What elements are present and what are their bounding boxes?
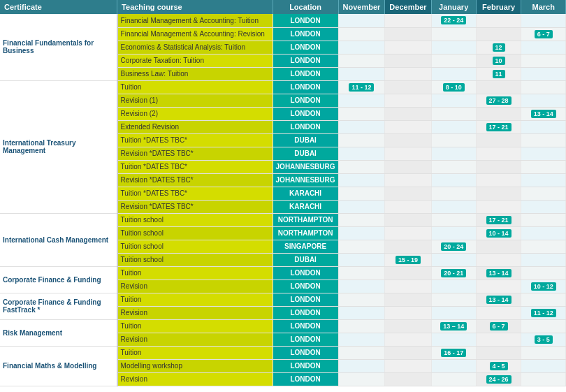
month-mar-cell <box>521 213 566 226</box>
course-cell: Financial Management & Accounting: Revis… <box>117 27 273 41</box>
month-jan-cell <box>431 200 476 213</box>
month-dec-cell <box>385 80 431 94</box>
month-jan-cell <box>431 54 476 67</box>
course-cell: Revision *DATES TBC* <box>117 147 273 160</box>
header-january: January <box>431 0 476 14</box>
course-cell: Financial Management & Accounting: Tuiti… <box>117 14 273 27</box>
header-course: Teaching course <box>117 0 273 14</box>
month-dec-cell <box>385 107 431 120</box>
month-feb-cell: 10 <box>476 54 521 67</box>
month-mar-cell <box>521 200 566 213</box>
month-feb-cell: 17 - 21 <box>476 120 521 133</box>
header-december: December <box>385 0 431 14</box>
month-mar-cell <box>521 160 566 173</box>
month-nov-cell <box>338 306 385 319</box>
month-jan-cell <box>431 372 476 386</box>
table-row: Financial Fundamentals for BusinessFinan… <box>0 14 566 27</box>
month-jan-cell <box>431 147 476 160</box>
month-jan-cell <box>431 173 476 187</box>
course-cell: Tuition <box>117 293 273 306</box>
month-nov-cell <box>338 253 385 266</box>
month-mar-cell <box>521 372 566 386</box>
location-cell: JOHANNESBURG <box>273 173 338 187</box>
month-dec-cell <box>385 147 431 160</box>
date-badge: 20 - 24 <box>441 242 466 251</box>
month-mar-cell <box>521 253 566 266</box>
month-mar-cell <box>521 346 566 359</box>
month-mar-cell <box>521 293 566 306</box>
date-badge: 17 - 21 <box>486 216 511 224</box>
month-nov-cell <box>338 187 385 200</box>
date-badge: 22 - 24 <box>441 16 466 24</box>
date-badge: 13 - 14 <box>486 269 511 277</box>
month-nov-cell <box>338 173 385 187</box>
month-mar-cell <box>521 14 566 27</box>
date-badge: 15 - 19 <box>396 256 421 264</box>
month-mar-cell: 13 - 14 <box>521 107 566 120</box>
month-dec-cell <box>385 359 431 372</box>
certificate-cell: Corporate Finance & Funding FastTrack * <box>0 293 117 319</box>
date-badge: 6 - 7 <box>535 30 553 38</box>
date-badge: 10 - 12 <box>531 282 556 291</box>
location-cell: LONDON <box>273 54 338 67</box>
table-row: Financial Maths & ModellingTuitionLONDON… <box>0 346 566 359</box>
date-badge: 11 <box>493 70 505 78</box>
month-jan-cell <box>431 94 476 107</box>
month-dec-cell <box>385 120 431 133</box>
month-dec-cell <box>385 133 431 147</box>
month-jan-cell <box>431 333 476 346</box>
month-nov-cell <box>338 333 385 346</box>
course-cell: Revision <box>117 372 273 386</box>
month-jan-cell <box>431 120 476 133</box>
month-mar-cell <box>521 94 566 107</box>
location-cell: NORTHAMPTON <box>273 213 338 226</box>
month-mar-cell: 3 - 5 <box>521 333 566 346</box>
location-cell: LONDON <box>273 27 338 41</box>
month-dec-cell <box>385 14 431 27</box>
location-cell: LONDON <box>273 94 338 107</box>
date-badge: 13 - 14 <box>531 110 556 118</box>
month-jan-cell: 16 - 17 <box>431 346 476 359</box>
month-jan-cell: 20 - 24 <box>431 240 476 253</box>
month-nov-cell <box>338 67 385 80</box>
course-cell: Revision (1) <box>117 94 273 107</box>
month-nov-cell <box>338 293 385 306</box>
date-badge: 3 - 5 <box>535 335 553 344</box>
course-cell: Modelling workshop <box>117 359 273 372</box>
location-cell: JOHANNESBURG <box>273 160 338 173</box>
month-nov-cell <box>338 14 385 27</box>
month-dec-cell <box>385 67 431 80</box>
date-badge: 10 <box>493 57 505 65</box>
month-mar-cell: 10 - 12 <box>521 280 566 293</box>
course-cell: Revision <box>117 280 273 293</box>
month-feb-cell <box>476 80 521 94</box>
month-dec-cell <box>385 27 431 41</box>
course-cell: Corporate Taxation: Tuition <box>117 54 273 67</box>
month-feb-cell: 24 - 26 <box>476 372 521 386</box>
month-dec-cell <box>385 372 431 386</box>
month-feb-cell <box>476 27 521 41</box>
month-nov-cell <box>338 147 385 160</box>
location-cell: SINGAPORE <box>273 240 338 253</box>
location-cell: LONDON <box>273 14 338 27</box>
month-dec-cell <box>385 293 431 306</box>
month-mar-cell <box>521 266 566 280</box>
date-badge: 24 - 26 <box>486 375 511 384</box>
course-cell: Revision *DATES TBC* <box>117 200 273 213</box>
location-cell: LONDON <box>273 41 338 54</box>
month-feb-cell: 11 <box>476 67 521 80</box>
course-cell: Tuition school <box>117 240 273 253</box>
course-cell: Tuition *DATES TBC* <box>117 133 273 147</box>
course-cell: Revision <box>117 306 273 319</box>
month-feb-cell <box>476 160 521 173</box>
location-cell: DUBAI <box>273 253 338 266</box>
location-cell: LONDON <box>273 306 338 319</box>
month-jan-cell <box>431 280 476 293</box>
month-feb-cell: 17 - 21 <box>476 213 521 226</box>
month-mar-cell <box>521 359 566 372</box>
course-cell: Tuition *DATES TBC* <box>117 160 273 173</box>
course-cell: Tuition school <box>117 253 273 266</box>
month-mar-cell <box>521 133 566 147</box>
date-badge: 11 - 12 <box>531 309 556 317</box>
month-jan-cell <box>431 213 476 226</box>
